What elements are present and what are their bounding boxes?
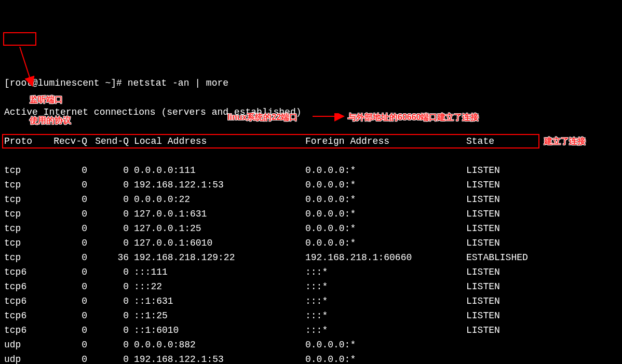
table-row: tcp600::1:631:::*LISTEN: [4, 294, 618, 308]
cell-local: 127.0.0.1:631: [129, 207, 305, 221]
cell-recvq: 0: [35, 352, 87, 364]
svg-line-0: [20, 47, 31, 82]
cell-foreign: 0.0.0.0:*: [305, 236, 466, 250]
cell-local: ::1:631: [129, 294, 305, 308]
cell-sendq: 0: [87, 207, 129, 221]
cell-foreign: 0.0.0.0:*: [305, 192, 466, 207]
command-prompt: [root@luminescent ~]# netstat -an | more: [4, 76, 618, 90]
cell-local: 192.168.122.1:53: [129, 178, 305, 192]
cell-proto: tcp: [4, 178, 35, 192]
arrow-down-icon: [16, 46, 36, 87]
cell-sendq: 0: [87, 294, 129, 308]
terminal-output: [root@luminescent ~]# netstat -an | more…: [4, 61, 618, 364]
cell-state: LISTEN: [466, 207, 500, 221]
established-annotation: 建立了连接: [544, 136, 586, 146]
cell-state: LISTEN: [466, 192, 500, 207]
cell-state: LISTEN: [466, 178, 500, 192]
arrow-right-port22-icon: [312, 113, 348, 124]
established-row-highlight-box: [2, 134, 539, 149]
proto-annotation-line2: 使用的协议: [30, 116, 71, 125]
proto-annotation: 监听端口 使用的协议: [25, 84, 71, 126]
output-title: Active Internet connections (servers and…: [4, 105, 618, 119]
cell-state: LISTEN: [466, 308, 500, 323]
cell-sendq: 0: [87, 192, 129, 207]
cell-proto: tcp: [4, 236, 35, 250]
cell-state: LISTEN: [466, 279, 500, 294]
cell-proto: tcp6: [4, 265, 35, 279]
table-row: tcp600::1:25:::*LISTEN: [4, 308, 618, 323]
cell-recvq: 0: [35, 192, 87, 207]
cell-foreign: :::*: [305, 323, 466, 338]
cell-proto: tcp6: [4, 279, 35, 294]
table-row: tcp000.0.0.0:1110.0.0.0:*LISTEN: [4, 163, 618, 178]
cell-proto: tcp6: [4, 294, 35, 308]
cell-proto: tcp: [4, 250, 35, 265]
cell-sendq: 0: [87, 279, 129, 294]
cell-foreign: :::*: [305, 279, 466, 294]
table-row: tcp036192.168.218.129:22192.168.218.1:60…: [4, 250, 618, 265]
cell-sendq: 0: [87, 265, 129, 279]
cell-recvq: 0: [35, 236, 87, 250]
cell-local: 192.168.122.1:53: [129, 352, 305, 364]
cell-local: 127.0.0.1:6010: [129, 236, 305, 250]
table-row: tcp600::1:6010:::*LISTEN: [4, 323, 618, 338]
cell-recvq: 0: [35, 163, 87, 178]
cell-foreign: 0.0.0.0:*: [305, 338, 466, 352]
cell-foreign: :::*: [305, 265, 466, 279]
cell-sendq: 0: [87, 352, 129, 364]
table-row: tcp00127.0.0.1:60100.0.0.0:*LISTEN: [4, 236, 618, 250]
cell-local: 0.0.0.0:882: [129, 338, 305, 352]
table-row: udp000.0.0.0:8820.0.0.0:*: [4, 338, 618, 352]
cell-foreign: 0.0.0.0:*: [305, 178, 466, 192]
cell-foreign: 0.0.0.0:*: [305, 207, 466, 221]
cell-local: ::1:25: [129, 308, 305, 323]
cell-state: LISTEN: [466, 294, 500, 308]
cell-local: :::111: [129, 265, 305, 279]
cell-state: LISTEN: [466, 221, 500, 236]
proto-annotation-line1: 监听端口: [30, 95, 63, 104]
cell-sendq: 0: [87, 221, 129, 236]
cell-state: LISTEN: [466, 163, 500, 178]
cell-proto: udp: [4, 352, 35, 364]
cell-local: ::1:6010: [129, 323, 305, 338]
cell-local: 0.0.0.0:22: [129, 192, 305, 207]
proto-header-highlight-box: [3, 32, 36, 46]
cell-proto: udp: [4, 338, 35, 352]
cell-recvq: 0: [35, 294, 87, 308]
cell-foreign: 0.0.0.0:*: [305, 221, 466, 236]
table-row: tcp600:::22:::*LISTEN: [4, 279, 618, 294]
cell-recvq: 0: [35, 221, 87, 236]
cell-recvq: 0: [35, 265, 87, 279]
cell-recvq: 0: [35, 279, 87, 294]
table-row: tcp00192.168.122.1:530.0.0.0:*LISTEN: [4, 178, 618, 192]
cell-foreign: 192.168.218.1:60660: [305, 250, 466, 265]
cell-proto: tcp: [4, 207, 35, 221]
cell-proto: tcp6: [4, 308, 35, 323]
table-row: tcp000.0.0.0:220.0.0.0:*LISTEN: [4, 192, 618, 207]
table-row: tcp00127.0.0.1:6310.0.0.0:*LISTEN: [4, 207, 618, 221]
cell-proto: tcp: [4, 163, 35, 178]
cell-foreign: 0.0.0.0:*: [305, 352, 466, 364]
cell-proto: tcp6: [4, 323, 35, 338]
table-rows: tcp000.0.0.0:1110.0.0.0:*LISTENtcp00192.…: [4, 163, 618, 364]
cell-local: :::22: [129, 279, 305, 294]
cell-recvq: 0: [35, 323, 87, 338]
cell-foreign: :::*: [305, 294, 466, 308]
cell-recvq: 0: [35, 207, 87, 221]
cell-local: 127.0.0.1:25: [129, 221, 305, 236]
cell-foreign: 0.0.0.0:*: [305, 163, 466, 178]
cell-recvq: 0: [35, 308, 87, 323]
cell-sendq: 0: [87, 236, 129, 250]
table-row: tcp600:::111:::*LISTEN: [4, 265, 618, 279]
cell-state: LISTEN: [466, 236, 500, 250]
cell-sendq: 0: [87, 338, 129, 352]
cell-recvq: 0: [35, 250, 87, 265]
cell-state: LISTEN: [466, 323, 500, 338]
cell-local: 192.168.218.129:22: [129, 250, 305, 265]
cell-sendq: 0: [87, 308, 129, 323]
cell-foreign: :::*: [305, 308, 466, 323]
cell-proto: tcp: [4, 192, 35, 207]
cell-state: LISTEN: [466, 265, 500, 279]
cell-sendq: 36: [87, 250, 129, 265]
cell-local: 0.0.0.0:111: [129, 163, 305, 178]
